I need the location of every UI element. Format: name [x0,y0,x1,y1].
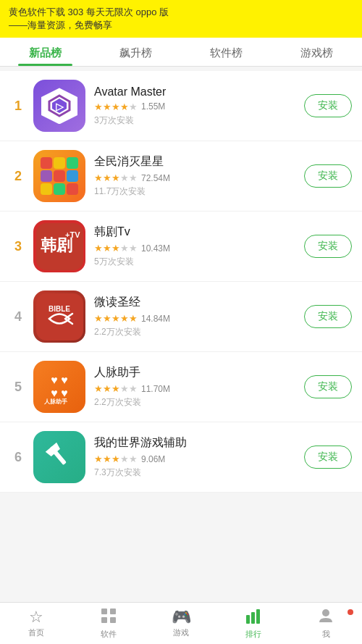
star-empty-icon: ★ [129,383,138,394]
app-stars: ★ ★ ★ ★ ★ 10.43M [94,243,298,254]
app-info: 韩剧Tv ★ ★ ★ ★ ★ 10.43M 5万次安装 [94,225,298,268]
bottom-nav-software-label: 软件 [101,629,117,640]
app-icon[interactable]: ▷ [33,80,85,132]
bottom-navigation: ☆ 首页 软件 🎮 游戏 排行 [0,602,362,644]
table-row: 4 BIBLE 微读圣经 ★ ★ ★ ★ ★ 14.84M 2.2万次安装 安装 [0,282,362,352]
app-installs: 5万次安装 [94,256,298,268]
table-row: 1 ▷ Avatar Master ★ ★ ★ ★ ★ 1.55M 3万次安装 [0,71,362,141]
app-name: 全民消灭星星 [94,154,298,170]
star-icon: ★ [129,313,138,324]
bottom-nav-ranking[interactable]: 排行 [217,608,290,640]
bottom-nav-software[interactable]: 软件 [72,608,145,640]
home-icon: ☆ [29,609,43,625]
app-icon[interactable] [33,150,85,202]
install-button[interactable]: 安装 [304,164,352,188]
rank-number: 3 [10,239,26,254]
svg-rect-11 [54,183,65,195]
app-stars: ★ ★ ★ ★ ★ 14.84M [94,313,298,324]
star-empty-icon: ★ [129,453,138,464]
star-icon: ★ [120,313,129,324]
bottom-nav-profile[interactable]: 我 [290,608,362,640]
star-icon: ★ [103,172,111,183]
star-icon: ★ [94,101,103,112]
star-icon: ★ [111,453,120,464]
app-icon[interactable]: 韩剧 +TV [33,220,85,272]
star-icon: ★ [111,243,120,254]
app-icon[interactable] [33,431,85,483]
star-icon: ★ [103,313,111,324]
app-icon[interactable]: ♥ ♥ ♥ ♥ 人脉助手 [33,361,85,413]
star-icon: ★ [103,101,111,112]
install-button[interactable]: 安装 [304,94,352,117]
star-empty-icon: ★ [120,243,129,254]
star-icon: ★ [103,383,111,394]
app-name: 韩剧Tv [94,225,298,240]
app-installs: 11.7万次安装 [94,185,298,198]
bottom-nav-home[interactable]: ☆ 首页 [0,609,72,638]
app-stars: ★ ★ ★ ★ ★ 72.54M [94,172,298,183]
svg-rect-27 [101,617,107,623]
svg-rect-8 [54,170,65,182]
svg-rect-29 [246,615,250,624]
star-icon: ★ [111,313,120,324]
star-empty-icon: ★ [129,172,138,183]
app-stars: ★ ★ ★ ★ ★ 11.70M [94,383,298,394]
star-icon: ★ [94,243,103,254]
table-row: 3 韩剧 +TV 韩剧Tv ★ ★ ★ ★ ★ 10.43M 5万次安装 安装 [0,212,362,282]
svg-rect-5 [54,157,65,169]
app-list: 1 ▷ Avatar Master ★ ★ ★ ★ ★ 1.55M 3万次安装 [0,71,362,493]
app-info: 微读圣经 ★ ★ ★ ★ ★ 14.84M 2.2万次安装 [94,295,298,338]
ad-banner[interactable]: 黄色软件下载 303 每天无限次 oppo 版 ——海量资源，免费畅享 [0,0,362,38]
tab-new[interactable]: 新品榜 [0,38,90,66]
tab-rising[interactable]: 飙升榜 [90,38,181,66]
app-size: 72.54M [141,173,170,183]
star-empty-icon: ★ [120,172,129,183]
tab-game[interactable]: 游戏榜 [272,38,362,66]
svg-rect-4 [41,157,52,169]
svg-text:人脉助手: 人脉助手 [43,398,67,405]
svg-text:▷: ▷ [56,101,64,112]
rank-number: 4 [10,309,26,325]
star-icon: ★ [94,383,103,394]
svg-rect-26 [110,609,116,614]
rank-number: 2 [10,169,26,184]
bottom-nav-game[interactable]: 🎮 游戏 [145,609,217,638]
tab-software[interactable]: 软件榜 [181,38,272,66]
svg-text:BIBLE: BIBLE [49,305,70,313]
svg-rect-30 [251,612,255,624]
profile-icon [318,608,334,627]
svg-text:♥ ♥: ♥ ♥ [51,374,67,386]
app-name: Avatar Master [94,85,298,99]
rank-number: 5 [10,380,26,395]
svg-text:♥ ♥: ♥ ♥ [51,387,67,399]
table-row: 5 ♥ ♥ ♥ ♥ 人脉助手 人脉助手 ★ ★ ★ [0,352,362,422]
bottom-nav-home-label: 首页 [28,627,44,638]
app-info: 我的世界游戏辅助 ★ ★ ★ ★ ★ 9.06M 7.3万次安装 [94,435,298,479]
svg-rect-16 [36,293,83,340]
star-icon: ★ [111,101,120,112]
svg-rect-12 [67,183,78,195]
star-empty-icon: ★ [120,453,129,464]
star-empty-icon: ★ [129,243,138,254]
app-size: 10.43M [141,243,170,254]
star-empty-icon: ★ [120,383,129,394]
svg-rect-7 [41,170,52,182]
app-info: 人脉助手 ★ ★ ★ ★ ★ 11.70M 2.2万次安装 [94,365,298,409]
install-button[interactable]: 安装 [304,375,352,398]
rank-number: 1 [10,99,26,114]
table-row: 6 我的世界游戏辅助 ★ ★ [0,422,362,493]
app-icon[interactable]: BIBLE [33,290,85,343]
app-stars: ★ ★ ★ ★ ★ 1.55M [94,101,298,112]
bottom-nav-ranking-label: 排行 [245,629,261,640]
tab-navigation: 新品榜 飙升榜 软件榜 游戏榜 [0,38,362,67]
bottom-nav-game-label: 游戏 [173,627,189,638]
star-icon: ★ [94,313,103,324]
install-button[interactable]: 安装 [304,446,352,469]
bottom-nav-profile-label: 我 [322,629,330,640]
star-icon: ★ [120,101,129,112]
app-installs: 2.2万次安装 [94,326,298,338]
install-button[interactable]: 安装 [304,305,352,328]
install-button[interactable]: 安装 [304,235,352,258]
app-stars: ★ ★ ★ ★ ★ 9.06M [94,453,298,464]
table-row: 2 [0,141,362,212]
